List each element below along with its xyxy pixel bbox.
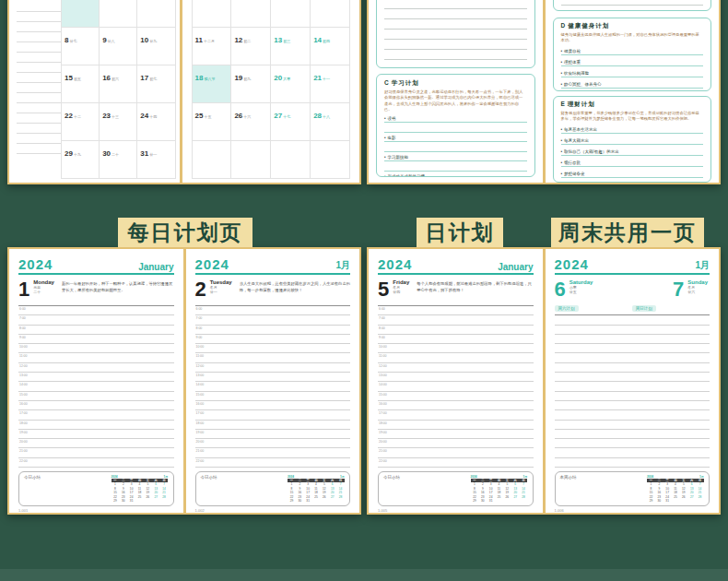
- mini-calendar-day: [336, 499, 345, 503]
- time-line: 12:00: [378, 363, 534, 373]
- lunar-label: 初六: [112, 77, 119, 81]
- plan-item-label: 电影: [388, 136, 396, 140]
- time-line: 13:00: [378, 373, 534, 382]
- time-line: 16:00: [195, 401, 351, 410]
- time-line: 18:00: [195, 421, 351, 430]
- ruled-line: [555, 344, 710, 353]
- year: 2024: [18, 256, 53, 272]
- ruled-line: [555, 439, 710, 448]
- mini-calendar-day: 31: [127, 499, 135, 503]
- plan-item-label: 饮食结构调整: [564, 71, 589, 76]
- calendar-cell: 21十一: [311, 65, 350, 103]
- time-line: 16:00: [18, 401, 174, 410]
- time-line: 19:00: [378, 430, 534, 439]
- mini-calendar-grid: 一二三四五六日123456789101112131415161718192021…: [112, 479, 169, 504]
- ruled-line: [555, 382, 710, 391]
- monthly-calendar-spread: 8廿七9廿八10廿九15初五16初六17初七22十二23十三24十四29十九30…: [7, 0, 361, 184]
- time-line: 18:00: [378, 421, 534, 430]
- ruled-line: [555, 448, 710, 457]
- date-number: 15: [65, 74, 73, 82]
- page-number: 1-002: [195, 508, 351, 513]
- calendar-cell: 12初二: [231, 28, 271, 65]
- section-code: D: [561, 22, 567, 29]
- date-number: 22: [65, 112, 73, 120]
- date-number: 31: [140, 149, 148, 158]
- page-header: 2024 January: [18, 256, 174, 272]
- lunar-label: 腊八节: [204, 77, 215, 81]
- calendar-cell: 13初三: [271, 28, 311, 65]
- lunar-label: 初三: [283, 39, 290, 43]
- plan-item-label: 学习新技能: [388, 155, 409, 160]
- calendar-cell: [231, 141, 271, 179]
- lunar-label: 十七: [283, 114, 290, 119]
- note-line: [17, 63, 61, 73]
- plan-item-line: •形成或养成新的习惯: [384, 172, 527, 177]
- daily-quote: 当人生是大的旅程，总有些美好藏在岁月之间，人生没有白走的路，每一步都算数，慢慢来…: [240, 280, 350, 303]
- ruled-line: [555, 353, 710, 362]
- mini-calendar-day: 30: [296, 499, 304, 503]
- header-rule: [195, 273, 351, 275]
- weekday-block: Friday 冬月 廿四: [393, 279, 409, 303]
- time-line: 13:00: [195, 373, 351, 382]
- ruled-line: [555, 373, 710, 382]
- bullet-icon: •: [561, 49, 563, 53]
- plan-item-label: 理想体重: [564, 60, 581, 65]
- summary-label: 本周小结: [560, 475, 577, 503]
- lunar-label: 十八: [323, 114, 330, 119]
- summary-box: 本周小结 20241月一二三四五六日1234567891011121314151…: [555, 471, 710, 506]
- plan-item-label: 静心冥想、修养身心: [564, 82, 602, 87]
- time-line: 9:00: [195, 335, 351, 344]
- date-number: 10: [140, 36, 148, 44]
- page-header: 2024 January: [378, 256, 534, 272]
- plan-item-line: •饮食结构调整: [561, 66, 704, 77]
- mini-calendar-day: [503, 499, 511, 503]
- ruled-line: [555, 401, 710, 410]
- ruled-line: [384, 60, 527, 68]
- lunar-label: 十二: [74, 114, 81, 119]
- daily-quote: 每个人都会有瓶颈期，熬过最难走的那段路，剩下的都是坦途，只要心中有光，脚下就有路…: [417, 280, 533, 303]
- date-number: 25: [195, 112, 204, 120]
- lunar-label: 廿九: [149, 39, 157, 43]
- date-number: 8: [65, 36, 68, 44]
- date-number: 21: [313, 74, 322, 82]
- lunar-date: 廿四: [393, 290, 409, 294]
- ruled-line: [384, 19, 527, 30]
- page-number: 1-001: [18, 508, 174, 513]
- time-line: 7:00: [195, 315, 351, 325]
- plan-left-page: C学习计划 好习惯是保养身心灵之道，光靠运动是不行的，每天看一点书，一年下来，别…: [369, 0, 543, 183]
- time-line: 7:00: [378, 315, 534, 325]
- section-code: C: [384, 79, 390, 86]
- month-grid-left: 8廿七9廿八10廿九15初五16初六17初七22十二23十三24十四29十九30…: [61, 0, 176, 179]
- bullet-icon: •: [384, 136, 386, 140]
- mini-calendar-day: 29: [471, 499, 479, 503]
- time-line: 8:00: [195, 326, 351, 335]
- plan-item-label: 读书: [388, 116, 396, 121]
- calendar-cell: 28十八: [311, 103, 350, 141]
- ruled-line: [555, 335, 710, 344]
- mini-calendar-day: 30: [119, 499, 127, 503]
- mini-calendar-day: 29: [288, 499, 296, 503]
- notes-box: [376, 0, 535, 68]
- mini-calendar-grid: 一二三四五六日123456789101112131415161718192021…: [288, 479, 345, 504]
- calendar-cell: 30二十: [100, 141, 137, 179]
- time-line: 20:00: [195, 439, 351, 448]
- day-number: 1: [18, 278, 29, 303]
- ruled-lines: [384, 0, 527, 68]
- month-grid-right: 11十二月12初二13初三14初四18腊八节19初九20大寒21十一25十五26…: [192, 0, 351, 179]
- daily-page-jan1: 2024 January 1 Monday 元旦 二十 新的一年最好的开始，种下…: [9, 249, 183, 513]
- calendar-cell: [311, 0, 350, 28]
- time-line: 22:00: [18, 458, 174, 468]
- finance-plan-paragraph: 财务规划非常重要，花多少钱做多少事记在心里，养成记账的好习惯会让你受益多年，学会…: [561, 111, 704, 123]
- lunar-label: 初七: [149, 77, 157, 81]
- mini-calendar-day: [160, 499, 169, 503]
- ruled-line: [555, 430, 710, 439]
- header-rule: [378, 273, 534, 275]
- calendar-cell: 20大寒: [271, 65, 311, 103]
- mini-calendar-day: [687, 499, 696, 503]
- note-line: [17, 73, 61, 83]
- plan-item-line: •静心冥想、修养身心: [561, 77, 704, 89]
- time-line: 12:00: [195, 363, 351, 373]
- daily-page-jan2: 2024 1月 2 Tuesday 冬月 廿一 当人生是大的旅程，总有些美好藏在…: [186, 249, 360, 513]
- weekday-block: Tuesday 冬月 廿一: [210, 279, 232, 303]
- ruled-line: [561, 0, 704, 6]
